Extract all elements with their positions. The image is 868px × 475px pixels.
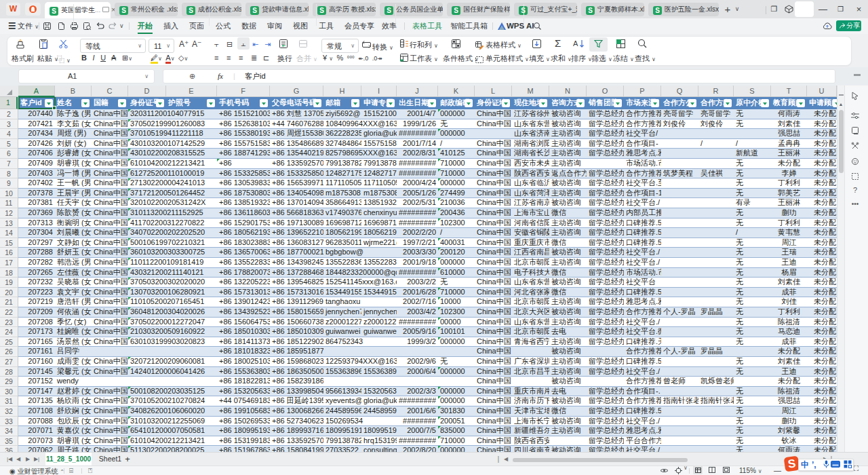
svg-text:A: A — [573, 39, 578, 48]
